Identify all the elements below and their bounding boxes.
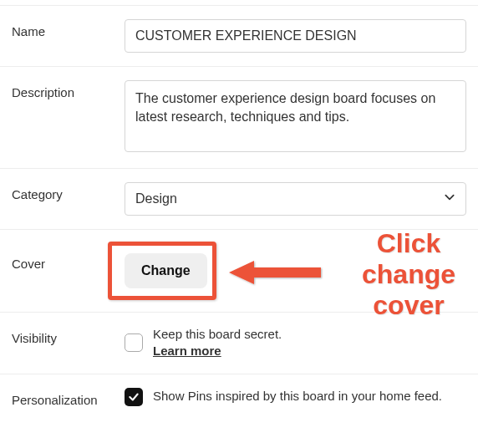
row-visibility: Visibility Keep this board secret. Learn… [0, 313, 478, 374]
row-personalization: Personalization Show Pins inspired by th… [0, 374, 478, 425]
description-textarea[interactable] [125, 80, 466, 152]
row-category: Category Design [0, 169, 478, 230]
annotation-text: Click change cover [333, 228, 478, 320]
category-select[interactable]: Design [125, 182, 466, 216]
change-cover-button[interactable]: Change [125, 253, 207, 288]
label-personalization: Personalization [12, 388, 125, 407]
label-visibility: Visibility [12, 326, 125, 345]
name-input[interactable] [125, 19, 466, 53]
board-settings-form: Name Description Category Design Cover [0, 5, 478, 425]
label-description: Description [12, 80, 125, 99]
checkmark-icon [128, 391, 140, 403]
label-cover: Cover [12, 253, 125, 271]
category-selected-value: Design [135, 191, 177, 206]
learn-more-link[interactable]: Learn more [153, 344, 221, 358]
row-description: Description [0, 67, 478, 169]
label-category: Category [12, 182, 125, 201]
row-name: Name [0, 5, 478, 67]
label-name: Name [12, 19, 125, 38]
annotation-arrow-icon [225, 255, 325, 299]
visibility-checkbox[interactable] [125, 333, 143, 352]
chevron-down-icon [444, 191, 455, 206]
row-cover: Cover Change Click change cover [0, 230, 478, 313]
visibility-text-block: Keep this board secret. Learn more [153, 326, 282, 360]
personalization-checkbox[interactable] [125, 388, 143, 406]
personalization-text: Show Pins inspired by this board in your… [153, 388, 442, 405]
visibility-text: Keep this board secret. [153, 326, 282, 343]
